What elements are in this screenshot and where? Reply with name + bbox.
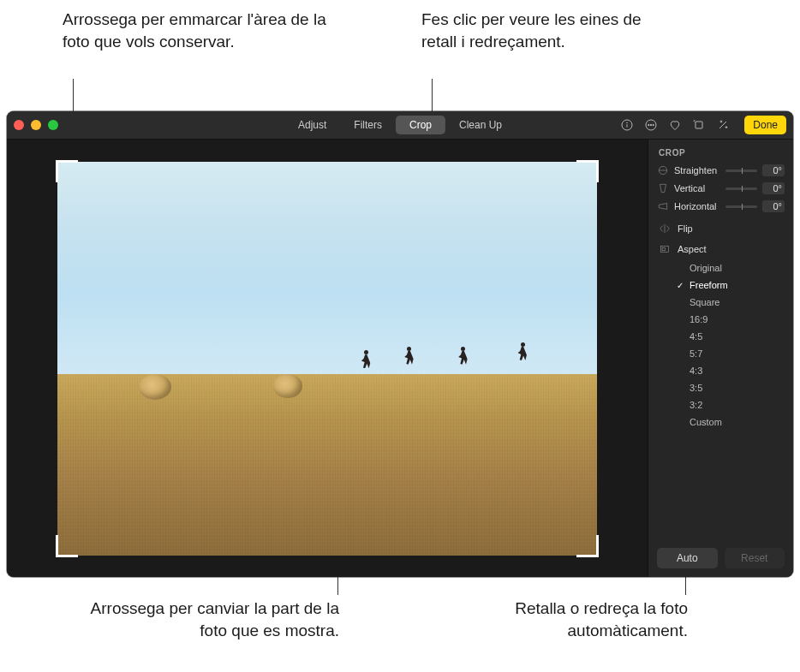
tab-filters[interactable]: Filters	[340, 116, 396, 134]
window-minimize[interactable]	[31, 120, 41, 130]
tab-cleanup[interactable]: Clean Up	[445, 116, 516, 134]
aspect-16-9[interactable]: ✓16:9	[674, 311, 785, 328]
info-icon[interactable]	[619, 117, 635, 133]
callout-drag-photo: Arrossega per canviar la part de la foto…	[65, 598, 339, 641]
app-window: Adjust Filters Crop Clean Up Done	[7, 111, 793, 577]
aspect-custom-label: Custom	[690, 417, 722, 427]
reset-button[interactable]: Reset	[725, 548, 785, 568]
aspect-3-2-label: 3:2	[690, 400, 702, 410]
aspect-label: Aspect	[678, 244, 707, 254]
flip-label: Flip	[678, 223, 693, 234]
callout-auto: Retalla o redreça la foto automàticament…	[465, 598, 688, 641]
vertical-icon	[657, 182, 669, 194]
aspect-item[interactable]: Aspect	[657, 239, 785, 259]
crop-frame[interactable]	[57, 162, 597, 556]
svg-rect-10	[660, 247, 668, 253]
slider-vertical-label: Vertical	[674, 183, 720, 193]
aspect-4-5-label: 4:5	[690, 331, 702, 342]
toolbar: Adjust Filters Crop Clean Up Done	[7, 111, 793, 140]
svg-point-5	[651, 124, 652, 125]
slider-straighten-value: 0°	[762, 164, 785, 176]
svg-point-2	[627, 122, 628, 123]
slider-horizontal-value: 0°	[762, 200, 785, 212]
tab-adjust[interactable]: Adjust	[284, 116, 340, 134]
slider-horizontal[interactable]: Horizontal 0°	[657, 200, 785, 212]
callout-frame: Arrossega per emmarcar l'àrea de la foto…	[63, 9, 328, 52]
aspect-custom[interactable]: ✓Custom	[674, 413, 785, 431]
svg-point-6	[653, 124, 654, 125]
window-maximize[interactable]	[48, 120, 58, 130]
window-close[interactable]	[14, 120, 24, 130]
svg-rect-11	[662, 247, 666, 251]
slider-horizontal-label: Horizontal	[674, 201, 720, 211]
aspect-original-label: Original	[690, 263, 722, 273]
more-icon[interactable]	[643, 117, 659, 133]
auto-button[interactable]: Auto	[657, 548, 718, 568]
slider-straighten[interactable]: Straighten 0°	[657, 164, 785, 176]
slider-straighten-label: Straighten	[674, 165, 720, 175]
aspect-original[interactable]: ✓Original	[674, 259, 785, 277]
flip-item[interactable]: Flip	[657, 218, 785, 239]
straighten-icon	[657, 164, 669, 176]
crop-sidebar: CROP Straighten 0° Vertical 0° Horizonta…	[648, 140, 793, 577]
horizontal-icon	[657, 200, 669, 212]
aspect-square[interactable]: ✓Square	[674, 294, 785, 311]
aspect-4-3-label: 4:3	[690, 366, 702, 376]
callout-crop-tools: Fes clic per veure les eines de retall i…	[421, 9, 678, 52]
slider-vertical[interactable]: Vertical 0°	[657, 182, 785, 194]
magic-icon[interactable]	[715, 117, 731, 133]
aspect-freeform-label: Freeform	[690, 280, 728, 290]
aspect-3-5-label: 3:5	[690, 383, 702, 393]
rotate-icon[interactable]	[691, 117, 707, 133]
aspect-5-7-label: 5:7	[690, 348, 702, 359]
svg-rect-7	[696, 122, 702, 128]
aspect-3-2[interactable]: ✓3:2	[674, 396, 785, 413]
aspect-16-9-label: 16:9	[690, 314, 707, 324]
slider-vertical-value: 0°	[762, 182, 785, 194]
aspect-square-label: Square	[690, 297, 719, 307]
sidebar-title: CROP	[659, 148, 785, 158]
aspect-freeform[interactable]: ✓Freeform	[674, 277, 785, 294]
favorite-icon[interactable]	[667, 117, 683, 133]
tab-crop[interactable]: Crop	[396, 116, 445, 134]
aspect-5-7[interactable]: ✓5:7	[674, 345, 785, 362]
photo-canvas[interactable]	[57, 162, 597, 556]
traffic-lights	[14, 120, 58, 130]
aspect-3-5[interactable]: ✓3:5	[674, 379, 785, 396]
flip-icon	[659, 223, 671, 235]
done-button[interactable]: Done	[744, 116, 786, 134]
svg-point-4	[648, 124, 649, 125]
aspect-4-3[interactable]: ✓4:3	[674, 362, 785, 379]
aspect-icon	[659, 243, 671, 255]
image-viewport	[7, 140, 648, 577]
aspect-4-5[interactable]: ✓4:5	[674, 328, 785, 345]
